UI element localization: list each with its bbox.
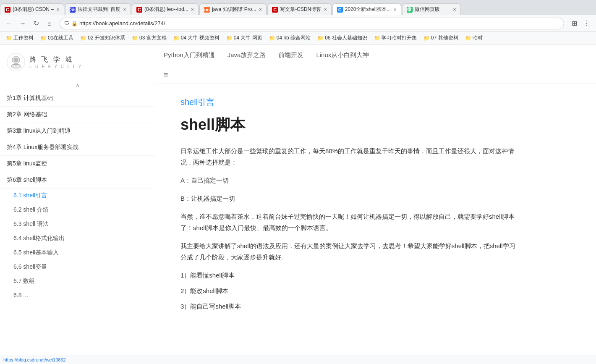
grid-button[interactable]: ⊞ xyxy=(568,18,580,29)
top-nav: Python入门到精通Java放弃之路前端开发Linux从小白到大神 xyxy=(155,45,596,66)
tab-text: java 知识图谱 Pro... xyxy=(212,6,256,13)
nav-chapter-ch3[interactable]: 第3章 linux从入门到精通 xyxy=(0,123,155,139)
bookmark-item[interactable]: 📁04 大牛 网页 xyxy=(224,34,265,42)
security-icon: 🛡 xyxy=(64,20,70,26)
bookmark-item[interactable]: 📁03 官方文档 xyxy=(129,34,169,42)
bookmark-label: 01在线工具 xyxy=(48,34,73,42)
bookmark-item[interactable]: 📁07 其他资料 xyxy=(421,34,461,42)
nav-chapter-ch4[interactable]: 第4章 Linux服务器部署实战 xyxy=(0,139,155,156)
back-button[interactable]: ← xyxy=(3,18,15,29)
scroll-indicator: ∧ xyxy=(0,80,155,90)
more-button[interactable]: ⋮ xyxy=(581,18,593,29)
article-paragraph: 我主要给大家讲解了shell的语法及应用，还有大量的案例让大家去学习，去思考！希… xyxy=(180,240,516,263)
nav-sub-item-6.4[interactable]: 6.4 shell格式化输出 xyxy=(0,231,155,246)
forward-button[interactable]: → xyxy=(17,18,29,29)
bookmark-label: 04 nb 综合网站 xyxy=(277,34,311,42)
tab-favicon: 微 xyxy=(407,7,413,13)
tab-text: 微信网页版 xyxy=(415,6,450,13)
folder-icon: 📁 xyxy=(6,35,12,41)
folder-icon: 📁 xyxy=(269,35,275,41)
folder-icon: 📁 xyxy=(40,35,47,41)
bookmark-item[interactable]: 📁工作资料 xyxy=(3,34,36,42)
browser-tab-tab6[interactable]: C 2020全新shell脚本... × xyxy=(332,3,401,15)
bookmark-item[interactable]: 📁02 开发知识体系 xyxy=(78,34,128,42)
refresh-button[interactable]: ↻ xyxy=(30,18,42,29)
bookmark-label: 04 大牛 网页 xyxy=(234,34,262,42)
nav-sub-item-6.5[interactable]: 6.5 shell基本输入 xyxy=(0,246,155,260)
bookmark-item[interactable]: 📁学习临时打开集 xyxy=(371,34,419,42)
svg-point-1 xyxy=(14,58,18,62)
nav-chapter-ch1[interactable]: 第1章 计算机基础 xyxy=(0,90,155,107)
main-layout: 路 飞 学 城 L U F F Y C I T Y ∧ 第1章 计算机基础第2章… xyxy=(0,45,596,364)
toolbar: ← → ↻ ⌂ 🛡 🔒 https://book.apeland.cn/deta… xyxy=(0,15,596,32)
sidebar-header: 路 飞 学 城 L U F F Y C I T Y xyxy=(0,45,155,80)
folder-icon: 📁 xyxy=(173,35,180,41)
bookmark-label: 工作资料 xyxy=(13,34,34,42)
article-paragraph: 2）能改shell脚本 xyxy=(180,285,516,296)
nav-sub-item-6.3[interactable]: 6.3 shell 语法 xyxy=(0,217,155,231)
nav-chapter-ch5[interactable]: 第5章 linux监控 xyxy=(0,156,155,172)
bookmark-item[interactable]: 📁01在线工具 xyxy=(38,34,76,42)
home-button[interactable]: ⌂ xyxy=(44,18,55,29)
tab-close-button[interactable]: × xyxy=(393,6,397,13)
article-paragraph: 当然，谁不愿意喝着茶水，逗着前台妹子过完愉快的一天呢！如何让机器搞定一切，得以解… xyxy=(180,211,516,233)
bookmark-item[interactable]: 📁04 大牛 视频资料 xyxy=(171,34,222,42)
tab-close-button[interactable]: × xyxy=(123,6,126,13)
tab-text: (8条消息) CSDN – xyxy=(13,6,54,13)
address-bar[interactable]: 🛡 🔒 https://book.apeland.cn/details/274/ xyxy=(60,18,564,29)
nav-sub-item-6.6[interactable]: 6.6 shell变量 xyxy=(0,260,155,274)
browser-tab-tab7[interactable]: 微 微信网页版 × xyxy=(402,3,461,15)
bookmark-label: 临时 xyxy=(473,34,483,42)
bookmark-item[interactable]: 📁临时 xyxy=(463,34,485,42)
tab-close-button[interactable]: × xyxy=(191,6,194,13)
browser-tab-tab4[interactable]: on java 知识图谱 Pro... × xyxy=(199,3,267,15)
folder-icon: 📁 xyxy=(226,35,233,41)
top-nav-item-linux[interactable]: Linux从小白到大神 xyxy=(316,51,369,59)
tab-favicon: on xyxy=(204,7,210,13)
status-bar: https://blog.csdn.net/wei19862 xyxy=(0,355,596,364)
browser-tab-tab1[interactable]: C (8条消息) CSDN – × xyxy=(0,3,64,15)
sidebar-brand: 路 飞 学 城 L U F F Y C I T Y xyxy=(29,55,82,69)
article-paragraph: 1）能看懂shell脚本 xyxy=(180,270,516,281)
bookmark-label: 02 开发知识体系 xyxy=(88,34,125,42)
folder-icon: 📁 xyxy=(374,35,380,41)
bookmark-label: 学习临时打开集 xyxy=(382,34,417,42)
browser-tab-tab5[interactable]: C 写文章-CSDN博客 × xyxy=(267,3,332,15)
hamburger-button[interactable]: ≡ xyxy=(164,71,168,79)
article-paragraph: 日常运维工作大部分是一些繁琐的重复的工作，每天80%的工作就是重复干昨天的事情，… xyxy=(180,145,516,168)
bookmark-label: 06 社会人基础知识 xyxy=(325,34,367,42)
tab-text: 法律文书裁判_百度 xyxy=(78,6,121,13)
bookmark-item[interactable]: 📁06 社会人基础知识 xyxy=(315,34,370,42)
browser-tab-tab3[interactable]: C (8条消息) leo--tod... × xyxy=(132,3,199,15)
tab-text: (8条消息) leo--tod... xyxy=(144,6,188,13)
tab-favicon: C xyxy=(136,7,142,13)
address-text: https://book.apeland.cn/details/274/ xyxy=(79,20,559,26)
tab-close-button[interactable]: × xyxy=(453,6,456,13)
tab-close-button[interactable]: × xyxy=(56,6,60,13)
nav-sub-item-6.1[interactable]: 6.1 shell引言 xyxy=(0,189,155,203)
article-main-title: shell脚本 xyxy=(180,115,516,135)
tab-favicon: 法 xyxy=(70,7,76,13)
top-nav-item-frontend[interactable]: 前端开发 xyxy=(278,51,303,59)
nav-sub-item-6.7[interactable]: 6.7 数组 xyxy=(0,274,155,288)
nav-chapter-ch6[interactable]: 第6章 shell脚本 xyxy=(0,172,155,189)
sidebar-logo xyxy=(7,53,25,71)
chapters-container: 第1章 计算机基础第2章 网络基础第3章 linux从入门到精通第4章 Linu… xyxy=(0,90,155,302)
browser-tab-tab2[interactable]: 法 法律文书裁判_百度 × xyxy=(65,3,131,15)
folder-icon: 📁 xyxy=(423,35,430,41)
folder-icon: 📁 xyxy=(465,35,471,41)
bookmark-label: 07 其他资料 xyxy=(431,34,458,42)
nav-sub-item-6.8[interactable]: 6.8 ... xyxy=(0,288,155,302)
brand-name: 路 飞 学 城 xyxy=(29,55,82,64)
lock-icon: 🔒 xyxy=(71,21,78,26)
tab-close-button[interactable]: × xyxy=(259,6,262,13)
tab-close-button[interactable]: × xyxy=(324,6,327,13)
top-nav-item-java[interactable]: Java放弃之路 xyxy=(227,51,266,59)
article-paragraphs: 日常运维工作大部分是一些繁琐的重复的工作，每天80%的工作就是重复干昨天的事情，… xyxy=(180,145,516,312)
bookmark-item[interactable]: 📁04 nb 综合网站 xyxy=(267,34,313,42)
content-area: Python入门到精通Java放弃之路前端开发Linux从小白到大神 ≡ she… xyxy=(155,45,596,364)
nav-sub-item-6.2[interactable]: 6.2 shell 介绍 xyxy=(0,203,155,217)
article-paragraph: B：让机器搞定一切 xyxy=(180,193,516,204)
top-nav-item-python[interactable]: Python入门到精通 xyxy=(164,51,215,59)
nav-chapter-ch2[interactable]: 第2章 网络基础 xyxy=(0,107,155,123)
